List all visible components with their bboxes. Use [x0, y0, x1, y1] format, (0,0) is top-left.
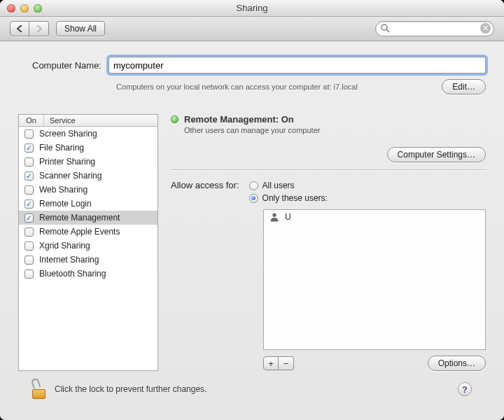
service-label: Internet Sharing	[39, 255, 99, 265]
back-button[interactable]	[10, 21, 29, 36]
search-icon	[381, 24, 390, 33]
service-row[interactable]: ✓File Sharing	[19, 141, 158, 155]
lock-text: Click the lock to prevent further change…	[55, 384, 206, 394]
services-header: On Service	[19, 115, 158, 127]
nav-back-forward	[10, 21, 49, 36]
services-body[interactable]: ✓Screen Sharing✓File Sharing✓Printer Sha…	[19, 127, 158, 370]
chevron-right-icon	[36, 25, 42, 32]
service-row[interactable]: ✓Xgrid Sharing	[19, 239, 158, 253]
service-label: Remote Apple Events	[39, 227, 120, 237]
service-checkbox[interactable]: ✓	[24, 130, 34, 139]
access-section: Allow access for: All users Only these u…	[171, 180, 486, 371]
service-label: Xgrid Sharing	[39, 241, 90, 251]
service-checkbox[interactable]: ✓	[24, 270, 34, 279]
divider	[171, 169, 486, 170]
user-row[interactable]: U	[264, 210, 485, 224]
service-label: Printer Sharing	[39, 157, 95, 167]
service-checkbox[interactable]: ✓	[24, 255, 34, 265]
sharing-window: Sharing Show All ✕ Computer Name: Comput	[0, 0, 504, 420]
edit-hostname-button[interactable]: Edit…	[442, 79, 486, 94]
radio-icon	[249, 181, 258, 190]
minimize-icon[interactable]	[20, 4, 29, 13]
add-remove-segment: + −	[263, 356, 294, 370]
user-icon	[270, 212, 279, 222]
service-row[interactable]: ✓Internet Sharing	[19, 253, 158, 267]
service-row[interactable]: ✓Screen Sharing	[19, 127, 158, 141]
service-row[interactable]: ✓Web Sharing	[19, 183, 158, 197]
remove-user-button[interactable]: −	[279, 356, 294, 370]
service-row[interactable]: ✓Printer Sharing	[19, 155, 158, 169]
computer-name-row: Computer Name:	[18, 57, 486, 74]
service-row[interactable]: ✓Remote Apple Events	[19, 225, 158, 239]
service-checkbox[interactable]: ✓	[24, 241, 34, 251]
radio-only-users[interactable]: Only these users:	[249, 192, 328, 204]
service-checkbox[interactable]: ✓	[24, 144, 34, 153]
service-label: Scanner Sharing	[39, 171, 102, 181]
computer-settings-button[interactable]: Computer Settings…	[387, 147, 486, 162]
service-row[interactable]: ✓Remote Login	[19, 197, 158, 211]
close-icon[interactable]	[7, 4, 15, 13]
service-checkbox[interactable]: ✓	[24, 186, 34, 195]
add-user-button[interactable]: +	[263, 356, 279, 370]
service-label: Screen Sharing	[39, 129, 97, 139]
service-checkbox[interactable]: ✓	[24, 227, 34, 237]
radio-all-users[interactable]: All users	[249, 180, 328, 191]
search-field[interactable]: ✕	[375, 21, 494, 36]
services-list: On Service ✓Screen Sharing✓File Sharing✓…	[18, 114, 158, 371]
service-row[interactable]: ✓Scanner Sharing	[19, 169, 158, 183]
columns: On Service ✓Screen Sharing✓File Sharing✓…	[18, 114, 486, 371]
status-indicator-icon	[171, 115, 178, 123]
help-button[interactable]: ?	[458, 382, 472, 396]
svg-point-0	[382, 24, 387, 30]
status-title: Remote Management: On	[184, 114, 294, 125]
allow-access-label: Allow access for:	[171, 180, 239, 190]
computer-name-hint: Computers on your local network can acce…	[116, 83, 435, 91]
svg-line-1	[386, 29, 389, 32]
computer-name-label: Computer Name:	[32, 60, 102, 71]
svg-point-2	[272, 214, 276, 217]
show-all-button[interactable]: Show All	[56, 21, 105, 36]
service-checkbox[interactable]: ✓	[24, 172, 34, 181]
radio-only-label: Only these users:	[262, 193, 328, 203]
options-button[interactable]: Options…	[428, 356, 486, 371]
service-checkbox[interactable]: ✓	[24, 158, 34, 167]
content-area: Computer Name: Computers on your local n…	[0, 41, 504, 420]
col-on[interactable]: On	[19, 115, 44, 126]
toolbar: Show All ✕	[0, 17, 504, 41]
chevron-left-icon	[17, 25, 23, 32]
forward-button[interactable]	[29, 21, 49, 36]
titlebar: Sharing	[0, 0, 504, 17]
radio-icon	[249, 194, 258, 203]
radio-all-label: All users	[262, 181, 295, 190]
window-title: Sharing	[0, 3, 504, 13]
service-detail: Remote Management: On Other users can ma…	[171, 114, 486, 371]
col-service[interactable]: Service	[44, 115, 81, 126]
service-label: Remote Login	[39, 199, 92, 209]
search-input[interactable]	[375, 21, 494, 36]
computer-name-input[interactable]	[108, 57, 486, 74]
zoom-icon[interactable]	[34, 4, 42, 13]
lock-icon[interactable]	[32, 379, 48, 399]
service-label: Web Sharing	[39, 185, 88, 195]
service-label: Remote Management	[39, 213, 120, 223]
service-row[interactable]: ✓Remote Management	[19, 211, 158, 225]
clear-search-icon[interactable]: ✕	[480, 23, 491, 34]
service-checkbox[interactable]: ✓	[24, 214, 34, 223]
footer: Click the lock to prevent further change…	[18, 371, 486, 412]
status-subtitle: Other users can manage your computer	[184, 126, 486, 134]
user-name: U	[285, 212, 291, 222]
service-label: Bluetooth Sharing	[39, 269, 106, 279]
computer-name-hint-row: Computers on your local network can acce…	[18, 79, 486, 94]
user-list[interactable]: U	[263, 209, 486, 350]
service-row[interactable]: ✓Bluetooth Sharing	[19, 267, 158, 281]
traffic-lights	[7, 4, 42, 13]
service-label: File Sharing	[39, 143, 84, 153]
service-checkbox[interactable]: ✓	[24, 200, 34, 209]
status-row: Remote Management: On	[171, 114, 486, 125]
